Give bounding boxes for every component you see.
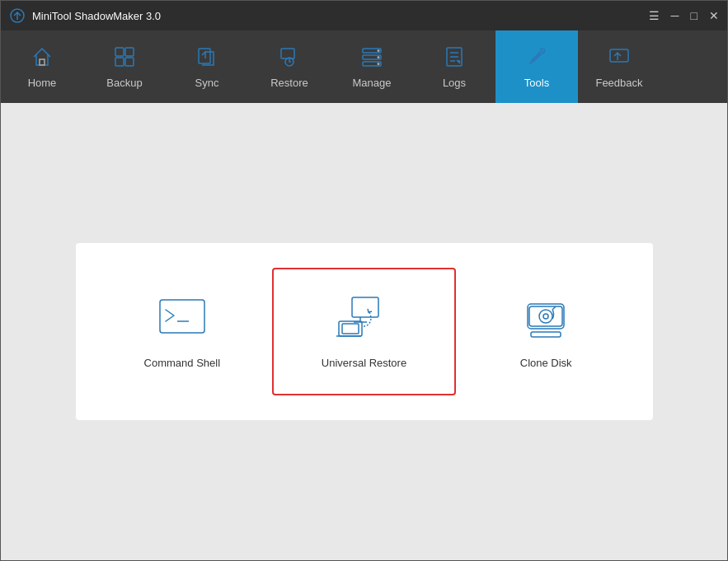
svg-rect-25	[531, 332, 561, 337]
sync-icon	[195, 45, 218, 72]
nav-manage-label: Manage	[353, 77, 392, 89]
svg-rect-2	[115, 48, 124, 56]
app-logo	[9, 7, 26, 24]
manage-icon	[360, 45, 383, 72]
svg-rect-7	[281, 49, 294, 58]
tools-panel: Command Shell	[76, 243, 653, 420]
hamburger-button[interactable]: ☰	[649, 10, 660, 21]
nav-tools-label: Tools	[524, 77, 549, 89]
nav-feedback-label: Feedback	[595, 77, 642, 89]
tool-universal-restore[interactable]: Universal Restore	[272, 268, 456, 395]
minimize-button[interactable]: ─	[671, 10, 679, 21]
app-title: MiniTool ShadowMaker 3.0	[32, 10, 649, 22]
tool-clone-disk[interactable]: Clone Disk	[456, 269, 636, 394]
nav-backup-label: Backup	[106, 77, 142, 89]
nav-restore[interactable]: Restore	[248, 30, 331, 103]
nav-sync-label: Sync	[195, 77, 219, 89]
logs-icon	[443, 45, 466, 72]
svg-rect-6	[199, 49, 210, 63]
nav-tools[interactable]: Tools	[496, 30, 578, 103]
nav-restore-label: Restore	[270, 77, 308, 89]
svg-rect-3	[125, 48, 134, 56]
navbar: Home Backup Sync	[1, 30, 727, 103]
nav-home[interactable]: Home	[1, 30, 83, 103]
nav-logs-label: Logs	[443, 77, 466, 89]
maximize-button[interactable]: □	[691, 10, 697, 21]
titlebar: MiniTool ShadowMaker 3.0 ☰ ─ □ ✕	[1, 1, 727, 30]
nav-home-label: Home	[28, 77, 57, 89]
window-controls: ☰ ─ □ ✕	[649, 10, 719, 21]
restore-icon	[278, 45, 301, 72]
tool-command-shell[interactable]: Command Shell	[92, 269, 273, 394]
universal-restore-icon	[336, 294, 393, 344]
svg-point-23	[539, 310, 552, 323]
feedback-icon	[608, 45, 631, 72]
backup-icon	[113, 45, 136, 72]
tool-clone-disk-label: Clone Disk	[520, 357, 572, 369]
app-window: MiniTool ShadowMaker 3.0 ☰ ─ □ ✕ Home	[0, 0, 728, 561]
svg-point-13	[378, 56, 380, 58]
svg-point-14	[378, 63, 380, 65]
command-shell-icon	[153, 294, 211, 344]
nav-manage[interactable]: Manage	[331, 30, 413, 103]
clone-disk-icon	[517, 294, 575, 344]
close-button[interactable]: ✕	[709, 10, 719, 21]
svg-rect-21	[528, 304, 564, 329]
svg-rect-17	[160, 300, 204, 333]
nav-logs[interactable]: Logs	[413, 30, 496, 103]
main-content: Command Shell	[1, 103, 727, 560]
svg-rect-16	[610, 49, 628, 62]
nav-backup[interactable]: Backup	[83, 30, 166, 103]
tool-universal-restore-label: Universal Restore	[322, 357, 406, 369]
svg-point-24	[543, 314, 548, 319]
svg-rect-1	[40, 59, 45, 65]
home-icon	[31, 45, 54, 72]
tool-command-shell-label: Command Shell	[144, 357, 221, 369]
svg-rect-18	[352, 297, 378, 317]
svg-point-12	[378, 49, 380, 52]
svg-rect-5	[125, 58, 134, 66]
svg-rect-4	[115, 58, 124, 66]
nav-feedback[interactable]: Feedback	[578, 30, 660, 103]
nav-sync[interactable]: Sync	[166, 30, 248, 103]
svg-rect-20	[342, 324, 359, 334]
tools-icon	[525, 45, 548, 72]
